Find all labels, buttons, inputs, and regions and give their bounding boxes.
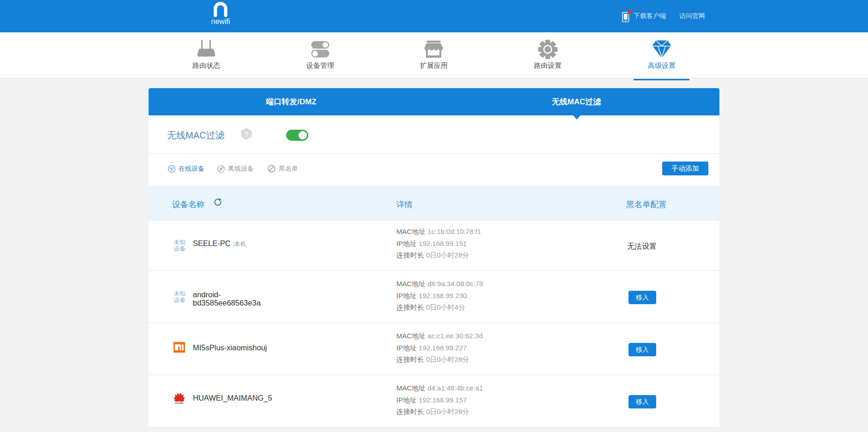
svg-text:HUAWEI: HUAWEI: [175, 402, 184, 404]
svg-text:?: ?: [244, 130, 248, 138]
